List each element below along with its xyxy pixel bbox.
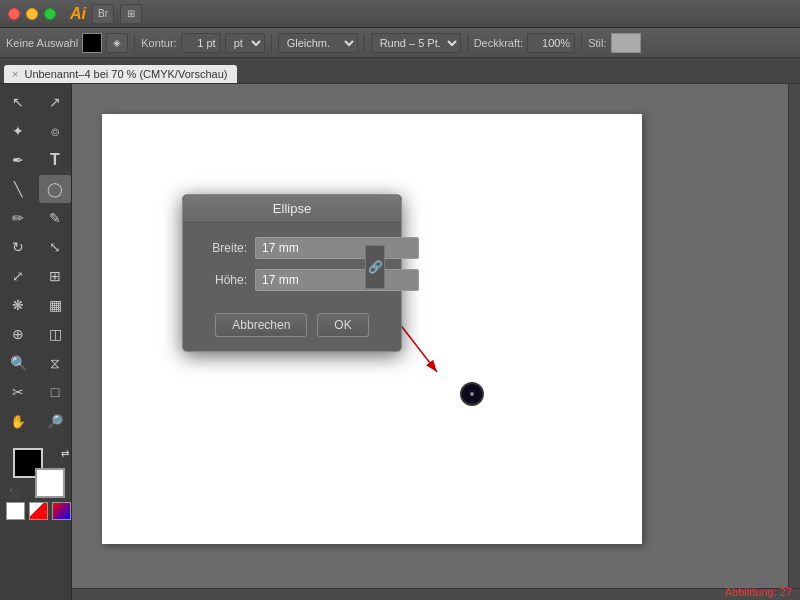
toolbox: ↖ ↗ ✦ ⌾ ✒ T ╲ ◯ ✏ ✎ ↻ ⤡ ⤢ ⊞ ❋ ▦ ⊕ ◫ 🔍 ⧖ … xyxy=(0,84,72,600)
tool-scale[interactable]: ⤡ xyxy=(39,233,71,261)
separator4 xyxy=(467,34,468,52)
width-input[interactable] xyxy=(255,237,419,259)
tool-type[interactable]: T xyxy=(39,146,71,174)
width-label: Breite: xyxy=(199,241,247,255)
tool-gradient[interactable]: ◫ xyxy=(39,320,71,348)
tool-selection[interactable]: ↖ xyxy=(2,88,34,116)
canvas-area: Ellipse Breite: 🔗 Höhe: Abbr xyxy=(72,84,800,600)
swap-colors-icon[interactable]: ⇄ xyxy=(61,448,69,459)
stroke-style-select[interactable]: Gleichm. xyxy=(278,33,358,53)
stroke-none-btn[interactable] xyxy=(29,502,48,520)
separator3 xyxy=(364,34,365,52)
tool-hand[interactable]: ✋ xyxy=(2,407,34,435)
ellipse-center-dot xyxy=(470,392,474,396)
kontur-label: Kontur: xyxy=(141,37,176,49)
vertical-scrollbar[interactable] xyxy=(788,84,800,588)
gradient-btn[interactable] xyxy=(52,502,71,520)
width-row: Breite: 🔗 xyxy=(199,237,385,259)
separator1 xyxy=(134,34,135,52)
stroke-mode-btn[interactable]: ◈ xyxy=(106,33,128,53)
tool-pencil[interactable]: ✎ xyxy=(39,204,71,232)
maximize-button[interactable] xyxy=(44,8,56,20)
tool-symbol-spray[interactable]: ❋ xyxy=(2,291,34,319)
tool-column-graph[interactable]: ▦ xyxy=(39,291,71,319)
active-tab[interactable]: × Unbenannt–4 bei 70 % (CMYK/Vorschau) xyxy=(4,65,237,83)
height-label: Höhe: xyxy=(199,273,247,287)
tool-lasso[interactable]: ⌾ xyxy=(39,117,71,145)
separator2 xyxy=(271,34,272,52)
tool-eyedropper[interactable]: 🔍 xyxy=(2,349,34,377)
app-logo: Ai xyxy=(70,5,86,23)
horizontal-scrollbar[interactable] xyxy=(72,588,800,600)
close-button[interactable] xyxy=(8,8,20,20)
title-bar: Ai Br ⊞ xyxy=(0,0,800,28)
selection-label: Keine Auswahl xyxy=(6,37,78,49)
status-bar: Abbildung: 27 xyxy=(717,584,800,600)
layout-switcher[interactable]: ⊞ xyxy=(120,4,142,24)
kontur-unit[interactable]: pt xyxy=(225,33,265,53)
tool-artboard[interactable]: □ xyxy=(39,378,71,406)
tool-blend[interactable]: ⧖ xyxy=(39,349,71,377)
fill-swatch[interactable] xyxy=(82,33,102,53)
ellipse-object xyxy=(462,384,482,404)
ok-button[interactable]: OK xyxy=(317,313,368,337)
background-swatch[interactable] xyxy=(35,468,65,498)
tab-title: Unbenannt–4 bei 70 % (CMYK/Vorschau) xyxy=(24,68,227,80)
dialog-content: Breite: 🔗 Höhe: xyxy=(183,223,401,313)
dialog-title: Ellipse xyxy=(183,195,401,223)
tool-warp[interactable]: ⤢ xyxy=(2,262,34,290)
tool-free-transform[interactable]: ⊞ xyxy=(39,262,71,290)
default-colors-icon[interactable]: ⬛ xyxy=(9,489,19,498)
tool-magic-wand[interactable]: ✦ xyxy=(2,117,34,145)
br-tab[interactable]: Br xyxy=(92,4,114,24)
cancel-button[interactable]: Abbrechen xyxy=(215,313,307,337)
dialog-buttons: Abbrechen OK xyxy=(183,313,401,351)
stil-label: Stil: xyxy=(588,37,606,49)
figure-label: Abbildung: 27 xyxy=(725,586,792,598)
ellipse-dialog[interactable]: Ellipse Breite: 🔗 Höhe: Abbr xyxy=(182,194,402,352)
fill-none-btn[interactable] xyxy=(6,502,25,520)
tool-direct-selection[interactable]: ↗ xyxy=(39,88,71,116)
separator5 xyxy=(581,34,582,52)
tool-paintbrush[interactable]: ✏ xyxy=(2,204,34,232)
height-input[interactable] xyxy=(255,269,419,291)
tab-bar: × Unbenannt–4 bei 70 % (CMYK/Vorschau) xyxy=(0,58,800,84)
minimize-button[interactable] xyxy=(26,8,38,20)
link-icon-symbol: 🔗 xyxy=(368,260,383,274)
main-toolbar: Keine Auswahl ◈ Kontur: pt Gleichm. Rund… xyxy=(0,28,800,58)
tab-close[interactable]: × xyxy=(12,68,18,80)
opacity-label: Deckkraft: xyxy=(474,37,524,49)
tool-rotate[interactable]: ↻ xyxy=(2,233,34,261)
stil-swatch[interactable] xyxy=(611,33,641,53)
tool-mesh[interactable]: ⊕ xyxy=(2,320,34,348)
link-proportions-button[interactable]: 🔗 xyxy=(365,245,385,289)
tool-pen[interactable]: ✒ xyxy=(2,146,34,174)
tool-scissors[interactable]: ✂ xyxy=(2,378,34,406)
kontur-input[interactable] xyxy=(181,33,221,53)
main-area: ↖ ↗ ✦ ⌾ ✒ T ╲ ◯ ✏ ✎ ↻ ⤡ ⤢ ⊞ ❋ ▦ ⊕ ◫ 🔍 ⧖ … xyxy=(0,84,800,600)
color-swatches: ⬛ ⇄ xyxy=(2,444,72,524)
height-row: Höhe: xyxy=(199,269,385,291)
stroke-type-select[interactable]: Rund – 5 Pt. xyxy=(371,33,461,53)
tool-line[interactable]: ╲ xyxy=(2,175,34,203)
tool-ellipse[interactable]: ◯ xyxy=(39,175,71,203)
opacity-input[interactable] xyxy=(527,33,575,53)
tool-zoom[interactable]: 🔎 xyxy=(39,407,71,435)
